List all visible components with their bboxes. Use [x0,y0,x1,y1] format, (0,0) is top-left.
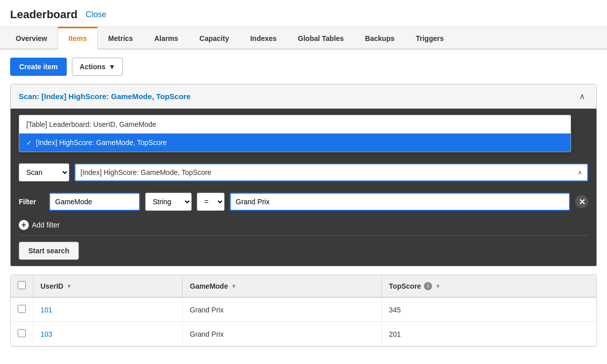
filter-type-select[interactable]: String Number Binary [145,193,192,211]
table-row: 103 Grand Prix 201 [11,322,596,346]
th-userid-label: UserID [40,282,63,290]
tab-capacity[interactable]: Capacity [189,27,239,50]
tab-triggers[interactable]: Triggers [405,27,454,50]
results-table: UserID ▼ GameMode ▼ TopScore i ▼ [11,275,596,346]
row-checkbox-cell [11,322,33,346]
th-topscore-label: TopScore [389,282,421,290]
filter-row: Filter String Number Binary = != < > ✕ [19,193,588,211]
tab-alarms[interactable]: Alarms [144,27,189,50]
tab-items[interactable]: Items [58,27,98,50]
create-item-button[interactable]: Create item [10,58,67,76]
page-header: Leaderboard Close [0,0,607,27]
th-topscore: TopScore i ▼ [381,275,596,297]
search-row: Start search [11,236,596,266]
th-checkbox [11,275,33,297]
add-filter-button[interactable]: + Add filter [19,220,60,230]
dropdown-option-table[interactable]: [Table] Leaderboard: UserID, GameMode [19,115,571,133]
tabs-bar: Overview Items Metrics Alarms Capacity I… [0,27,607,50]
table-option-label: [Table] Leaderboard: UserID, GameMode [26,120,156,128]
th-gamemode-label: GameMode [190,282,228,290]
userid-cell[interactable]: 101 [33,297,183,322]
scan-title: Scan: [Index] HighScore: GameMode, TopSc… [19,92,191,101]
close-link[interactable]: Close [85,10,106,19]
filter-section: Filter String Number Binary = != < > ✕ [11,188,596,215]
scan-body: [Table] Leaderboard: UserID, GameMode ✓ … [11,109,596,266]
filter-operator-select[interactable]: = != < > [197,193,225,211]
gamemode-cell: Grand Prix [183,322,382,346]
remove-filter-button[interactable]: ✕ [575,195,588,208]
topscore-info-icon[interactable]: i [424,282,432,290]
add-filter-label: Add filter [32,221,60,229]
tab-backups[interactable]: Backups [355,27,405,50]
table-row: 101 Grand Prix 345 [11,297,596,322]
row-checkbox[interactable] [18,305,26,313]
dropdown-option-index[interactable]: ✓ [Index] HighScore: GameMode, TopScore [19,133,571,152]
row-checkbox[interactable] [18,329,26,337]
actions-button[interactable]: Actions ▼ [72,58,123,76]
tab-global-tables[interactable]: Global Tables [287,27,355,50]
index-dropdown-popup[interactable]: [Table] Leaderboard: UserID, GameMode ✓ … [19,115,571,152]
tab-indexes[interactable]: Indexes [240,27,287,50]
add-filter-row: + Add filter [11,215,596,235]
tab-overview[interactable]: Overview [5,27,58,50]
results-table-container: UserID ▼ GameMode ▼ TopScore i ▼ [10,275,597,347]
toolbar: Create item Actions ▼ [0,50,607,84]
filter-label: Filter [19,198,44,206]
topscore-cell: 201 [381,322,596,346]
index-selector-button[interactable]: [Index] HighScore: GameMode, TopScore ∧ [74,163,588,181]
collapse-button[interactable]: ∧ [576,90,588,102]
chevron-up-icon: ∧ [578,169,582,176]
userid-sort-icon[interactable]: ▼ [66,283,72,289]
index-option-label: [Index] HighScore: GameMode, TopScore [36,139,167,147]
tab-metrics[interactable]: Metrics [98,27,144,50]
th-userid: UserID ▼ [33,275,183,297]
start-search-button[interactable]: Start search [19,242,79,260]
userid-cell[interactable]: 103 [33,322,183,346]
gamemode-sort-icon[interactable]: ▼ [231,283,237,289]
index-dropdown-container: [Table] Leaderboard: UserID, GameMode ✓ … [11,109,596,121]
page-title: Leaderboard [10,8,77,21]
row-checkbox-cell [11,297,33,322]
select-all-checkbox[interactable] [18,281,26,289]
gamemode-cell: Grand Prix [183,297,382,322]
plus-icon: + [19,220,29,230]
close-icon: ✕ [579,197,585,207]
scan-panel: Scan: [Index] HighScore: GameMode, TopSc… [10,84,597,266]
scan-row: Scan Query [Index] HighScore: GameMode, … [11,159,596,188]
filter-field-input[interactable] [49,193,140,211]
scan-panel-header: Scan: [Index] HighScore: GameMode, TopSc… [11,84,596,109]
scan-type-select[interactable]: Scan Query [19,163,69,181]
topscore-cell: 345 [381,297,596,322]
checkmark-icon: ✓ [26,139,32,147]
selected-index-label: [Index] HighScore: GameMode, TopScore [80,168,211,176]
topscore-sort-icon[interactable]: ▼ [435,283,441,289]
filter-value-input[interactable] [230,193,570,211]
actions-label: Actions [79,63,105,71]
th-gamemode: GameMode ▼ [183,275,382,297]
chevron-down-icon: ▼ [109,63,116,71]
